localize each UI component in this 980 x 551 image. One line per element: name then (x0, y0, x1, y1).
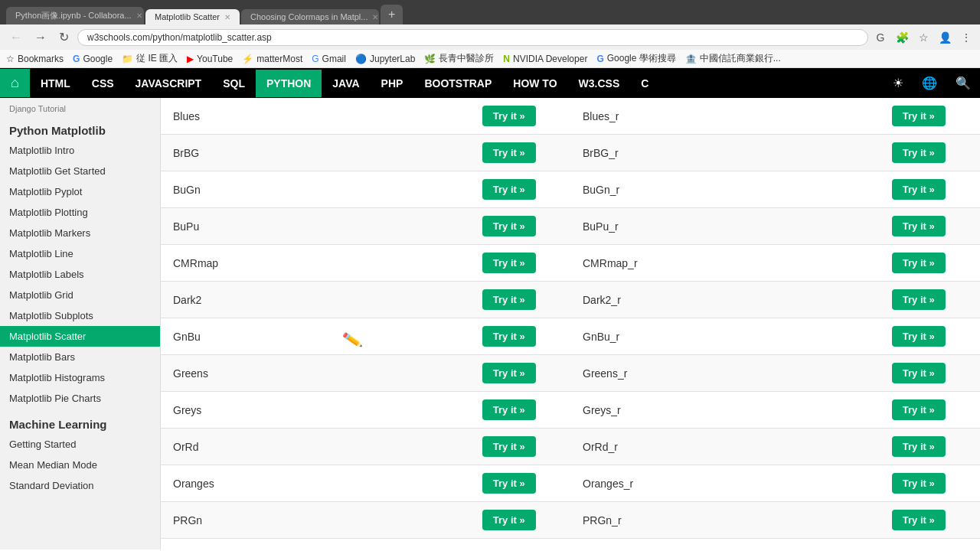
sidebar-item-labels[interactable]: Matplotlib Labels (0, 264, 160, 285)
try-button-right[interactable]: Try it » (892, 473, 946, 494)
try-button-right[interactable]: Try it » (892, 179, 946, 200)
try-button-left[interactable]: Try it » (482, 216, 536, 236)
tab-1[interactable]: Python画像.ipynb - Collabora... ✕ (6, 7, 144, 24)
colormap-name-right: GnBu_r (570, 318, 858, 355)
tab-2[interactable]: Matplotlib Scatter ✕ (145, 9, 240, 24)
try-button-left[interactable]: Try it » (482, 326, 536, 347)
try-button-left[interactable]: Try it » (482, 106, 536, 126)
menu-icon[interactable]: ⋮ (959, 30, 974, 45)
sidebar-item-subplots[interactable]: Matplotlib Subplots (0, 305, 160, 326)
tab-3[interactable]: Choosing Colormaps in Matpl... ✕ (241, 9, 379, 24)
bookmark-clinic[interactable]: 🌿 長青中醫診所 (424, 52, 494, 65)
try-button-right[interactable]: Try it » (892, 399, 946, 420)
nav-sql[interactable]: SQL (212, 70, 256, 97)
bookmarks-bar: ☆ Bookmarks G Google 📁 従 IE 匯入 ▶ YouTube… (0, 50, 980, 68)
nav-javascript[interactable]: JAVASCRIPT (125, 70, 213, 97)
address-bar[interactable]: w3schools.com/python/matplotlib_scatter.… (77, 29, 868, 46)
try-button-right[interactable]: Try it » (892, 326, 946, 347)
nav-home[interactable]: ⌂ (0, 69, 30, 97)
bookmark-google[interactable]: G Google (73, 54, 113, 64)
try-button-right[interactable]: Try it » (892, 510, 946, 530)
nav-php[interactable]: PHP (371, 70, 414, 97)
bookmark-jupyterlab[interactable]: 🔵 JupyterLab (355, 54, 415, 64)
nav-java[interactable]: JAVA (322, 70, 370, 97)
reload-button[interactable]: ↻ (55, 28, 73, 46)
try-button-right[interactable]: Try it » (892, 289, 946, 310)
sidebar-item-ml-getting-started[interactable]: Getting Started (0, 434, 160, 455)
google-icon: G (873, 30, 888, 45)
sidebar-item-pie-charts[interactable]: Matplotlib Pie Charts (0, 388, 160, 409)
try-button-left[interactable]: Try it » (482, 473, 536, 494)
nav-c[interactable]: C (630, 70, 659, 97)
bookmark-ie[interactable]: 📁 従 IE 匯入 (122, 52, 178, 65)
globe-icon[interactable]: 🌐 (913, 68, 946, 98)
colormap-name-right: Blues_r (570, 98, 858, 135)
try-button-right[interactable]: Try it » (892, 253, 946, 273)
forward-button[interactable]: → (31, 29, 51, 46)
sidebar-item-markers[interactable]: Matplotlib Markers (0, 223, 160, 243)
nav-bootstrap[interactable]: BOOTSTRAP (413, 70, 502, 97)
main-layout: Django Tutorial Python Matplotlib Matplo… (0, 98, 980, 549)
try-button-right-cell: Try it » (858, 282, 981, 318)
bookmark-bank[interactable]: 🏦 中國信託商業銀行... (685, 52, 781, 65)
table-row: Greens Try it » Greens_r Try it » (161, 355, 980, 392)
try-button-right[interactable]: Try it » (892, 106, 946, 126)
browser-toolbar: ← → ↻ w3schools.com/python/matplotlib_sc… (0, 24, 980, 50)
search-icon[interactable]: 🔍 (946, 68, 980, 98)
tab-1-close[interactable]: ✕ (136, 11, 142, 20)
sidebar-item-matplotlib-intro[interactable]: Matplotlib Intro (0, 140, 160, 161)
sidebar-item-grid[interactable]: Matplotlib Grid (0, 285, 160, 305)
nav-html[interactable]: HTML (30, 70, 81, 97)
colormap-name-right: BrBG_r (570, 135, 858, 171)
bookmark-bookmarks[interactable]: ☆ Bookmarks (6, 54, 64, 64)
back-button[interactable]: ← (6, 29, 26, 46)
new-tab-button[interactable]: + (381, 5, 403, 24)
sidebar-item-bars[interactable]: Matplotlib Bars (0, 347, 160, 367)
try-button-left[interactable]: Try it » (482, 399, 536, 420)
try-button-left-cell: Try it » (448, 318, 571, 355)
sidebar-item-ml-stddev[interactable]: Standard Deviation (0, 475, 160, 496)
matplotlib-section-title: Python Matplotlib (0, 115, 160, 140)
bookmark-nvidia[interactable]: N NVIDIA Developer (503, 54, 587, 64)
sidebar-item-pyplot[interactable]: Matplotlib Pyplot (0, 181, 160, 202)
try-button-left[interactable]: Try it » (482, 436, 536, 457)
colormap-name-left: PRGn (161, 502, 448, 539)
bookmark-youtube[interactable]: ▶ YouTube (187, 54, 233, 64)
bookmark-nvidia-label: NVIDIA Developer (513, 54, 587, 64)
try-button-left[interactable]: Try it » (482, 179, 536, 200)
try-button-left-cell: Try it » (448, 208, 571, 245)
nav-css[interactable]: CSS (81, 70, 125, 97)
colormap-name-right: BuPu_r (570, 208, 858, 245)
sidebar-item-ml-mean[interactable]: Mean Median Mode (0, 455, 160, 475)
try-button-left[interactable]: Try it » (482, 289, 536, 310)
try-button-right[interactable]: Try it » (892, 216, 946, 236)
nav-howto[interactable]: HOW TO (502, 70, 567, 97)
try-button-right[interactable]: Try it » (892, 142, 946, 163)
bookmark-mattermost[interactable]: ⚡ matterMost (242, 54, 302, 64)
sidebar-item-plotting[interactable]: Matplotlib Plotting (0, 202, 160, 223)
try-button-left[interactable]: Try it » (482, 142, 536, 163)
tab-3-close[interactable]: ✕ (372, 13, 378, 21)
nav-python[interactable]: PYTHON (256, 70, 322, 97)
colormap-name-right: OrRd_r (570, 429, 858, 465)
sidebar-item-line[interactable]: Matplotlib Line (0, 243, 160, 264)
bookmark-gmail[interactable]: G Gmail (312, 54, 346, 64)
clinic-icon: 🌿 (424, 54, 436, 64)
folder-icon: 📁 (122, 54, 133, 64)
sidebar-item-histograms[interactable]: Matplotlib Histograms (0, 367, 160, 388)
bookmark-star-icon[interactable]: ☆ (916, 30, 931, 45)
try-button-left[interactable]: Try it » (482, 253, 536, 273)
try-button-left[interactable]: Try it » (482, 363, 536, 383)
sidebar-item-get-started[interactable]: Matplotlib Get Started (0, 161, 160, 181)
extensions-icon[interactable]: 🧩 (894, 30, 910, 45)
try-button-right[interactable]: Try it » (892, 363, 946, 383)
sidebar-item-scatter[interactable]: Matplotlib Scatter (0, 326, 160, 347)
tab-2-close[interactable]: ✕ (224, 13, 230, 21)
try-button-left[interactable]: Try it » (482, 510, 536, 530)
profile-icon[interactable]: 👤 (937, 30, 952, 45)
bookmark-google-scholar[interactable]: G Google 學術搜尋 (596, 52, 675, 65)
try-button-right[interactable]: Try it » (892, 436, 946, 457)
try-button-right-cell: Try it » (858, 318, 981, 355)
nav-w3css[interactable]: W3.CSS (568, 70, 631, 97)
theme-toggle-icon[interactable]: ☀ (884, 68, 913, 98)
